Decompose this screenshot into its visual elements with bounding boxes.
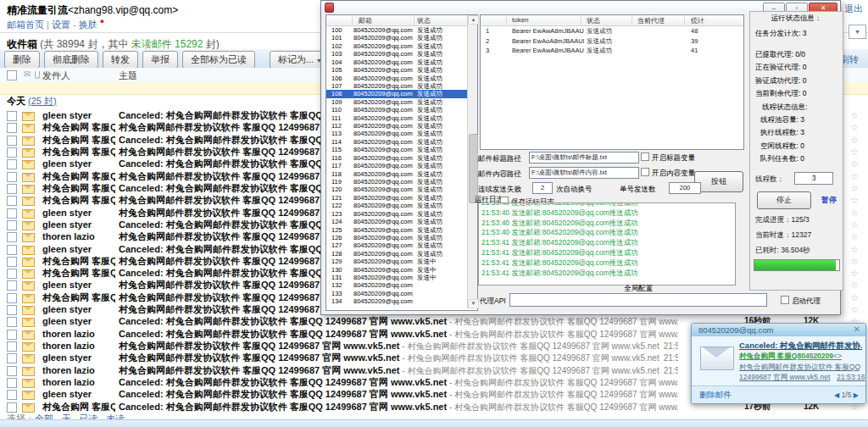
- row-checkbox[interactable]: [7, 245, 17, 255]
- row-checkbox[interactable]: [7, 111, 17, 121]
- row-checkbox[interactable]: [7, 172, 17, 182]
- star-icon[interactable]: ☆: [850, 121, 859, 133]
- fail-count-input[interactable]: 2: [532, 182, 553, 194]
- logout-link-fragment[interactable]: 退出: [844, 3, 863, 15]
- tool-email-scrollbar[interactable]: ▲ ▼: [467, 15, 477, 308]
- nav-settings-link[interactable]: 设置: [52, 19, 70, 30]
- star-icon[interactable]: ☆: [850, 219, 859, 230]
- row-checkbox[interactable]: [7, 330, 17, 340]
- tool-email-row[interactable]: 104804520209@qq.com发送成功: [326, 58, 467, 66]
- tool-email-row[interactable]: 102804520209@qq.com发送成功: [326, 42, 467, 50]
- mail-subject-link[interactable]: Canceled: 村兔合购网邮件群发协议软件 客服QQ 12499687 官网…: [119, 328, 678, 341]
- tool-email-row[interactable]: 108804520209@qq.com发送成功: [326, 90, 467, 97]
- row-checkbox[interactable]: [7, 305, 17, 315]
- star-icon[interactable]: ☆: [850, 279, 859, 291]
- mail-subject-link[interactable]: 村兔合购网邮件群发协议软件 客服QQ 12499687 官网 www.vk5.n…: [119, 340, 678, 352]
- row-checkbox[interactable]: [7, 317, 17, 327]
- proxy-enable-checkbox[interactable]: 启动代理: [781, 296, 821, 307]
- row-checkbox[interactable]: [7, 232, 17, 242]
- tool-email-row[interactable]: 119804520209@qq.com发送成功: [326, 178, 467, 186]
- notification-close-icon[interactable]: ✕: [854, 324, 860, 334]
- prev-mail-icon[interactable]: ◀: [834, 391, 839, 399]
- pause-link[interactable]: 暂停: [821, 195, 837, 206]
- tool-email-row[interactable]: 122804520209@qq.com发送成功: [326, 202, 467, 209]
- today-count-link[interactable]: (25 封): [28, 96, 57, 106]
- tool-email-row[interactable]: 129804520209@qq.com发送中: [326, 258, 467, 265]
- tool-email-row[interactable]: 130804520209@qq.com发送中: [326, 266, 467, 274]
- star-icon[interactable]: ☆: [850, 170, 859, 182]
- star-icon[interactable]: ☆: [850, 109, 859, 121]
- title-var-checkbox[interactable]: 开启标题变量: [641, 152, 695, 164]
- toolbar-button-4[interactable]: 举报: [142, 51, 178, 69]
- next-mail-icon[interactable]: ▶: [854, 391, 859, 399]
- tool-email-row[interactable]: 100804520209@qq.com发送成功: [326, 26, 467, 34]
- tool-email-row[interactable]: 101804520209@qq.com发送成功: [326, 34, 467, 42]
- tool-email-row[interactable]: 126804520209@qq.com发送成功: [326, 234, 467, 241]
- tool-email-row[interactable]: 115804520209@qq.com发送成功: [326, 146, 467, 153]
- tool-email-row[interactable]: 112804520209@qq.com发送成功: [326, 122, 467, 130]
- per-account-input[interactable]: 200: [669, 182, 701, 194]
- row-checkbox[interactable]: [7, 136, 17, 146]
- proxy-api-input[interactable]: [509, 293, 767, 307]
- row-checkbox[interactable]: [7, 147, 17, 158]
- nav-skin-link[interactable]: 换肤: [79, 19, 97, 30]
- tool-email-row[interactable]: 111804520209@qq.com发送成功: [326, 114, 467, 122]
- tool-email-row[interactable]: 113804520209@qq.com发送成功: [326, 130, 467, 137]
- toolbar-button-1[interactable]: 删除: [4, 51, 40, 69]
- mail-subject-link[interactable]: Canceled: 村兔合购网邮件群发协议软件 客服QQ 12499687 官网…: [119, 376, 678, 389]
- delete-mail-link[interactable]: 删除邮件: [699, 390, 732, 401]
- tool-email-row[interactable]: 134804520209@qq.com: [326, 297, 467, 305]
- star-icon[interactable]: ☆: [850, 267, 859, 279]
- star-icon[interactable]: ☆: [850, 303, 859, 315]
- star-icon[interactable]: ☆: [850, 291, 859, 303]
- action-button[interactable]: 按钮: [694, 171, 743, 192]
- row-checkbox[interactable]: [7, 159, 17, 169]
- row-checkbox[interactable]: [7, 196, 17, 206]
- row-checkbox[interactable]: [7, 293, 17, 303]
- token-row[interactable]: 3Bearer EwAwA8mJBAAUB...发送成功41: [481, 46, 743, 56]
- token-row[interactable]: 1Bearer EwAwA8mJBAAUB...发送成功48: [481, 26, 743, 36]
- row-checkbox[interactable]: [7, 378, 17, 388]
- toolbar-button-2[interactable]: 彻底删除: [44, 51, 98, 69]
- row-checkbox[interactable]: [7, 390, 17, 400]
- row-checkbox[interactable]: [7, 257, 17, 267]
- mail-subject-link[interactable]: 村兔合购网邮件群发协议软件 客服QQ 12499687 官网 www.vk5.n…: [119, 352, 678, 364]
- scroll-down-icon[interactable]: ▼: [468, 299, 479, 308]
- content-var-checkbox[interactable]: 开启内容变量: [641, 168, 695, 179]
- toolbar-button-5[interactable]: 全部标为已读: [182, 51, 255, 69]
- row-checkbox[interactable]: [7, 220, 17, 230]
- mail-subject-link[interactable]: Canceled: 村兔合购网邮件群发协议软件 客服QQ 12499687 官网…: [119, 388, 678, 401]
- tool-email-row[interactable]: 131804520209@qq.com发送中: [326, 274, 467, 281]
- tool-email-row[interactable]: 110804520209@qq.com发送成功: [326, 106, 467, 114]
- tool-email-row[interactable]: 127804520209@qq.com发送成功: [326, 241, 467, 249]
- tool-email-row[interactable]: 107804520209@qq.com发送成功: [326, 82, 467, 90]
- star-icon[interactable]: ☆: [850, 146, 859, 158]
- star-icon[interactable]: ☆: [850, 243, 859, 255]
- row-checkbox[interactable]: [7, 366, 17, 376]
- mail-subject-link[interactable]: 村兔合购网邮件群发协议软件 客服QQ 12499687 官网 www.vk5.n…: [119, 364, 678, 377]
- row-checkbox[interactable]: [7, 402, 17, 413]
- toolbar-button-3[interactable]: 转发: [103, 51, 138, 69]
- row-checkbox[interactable]: [7, 123, 17, 133]
- tool-email-row[interactable]: 106804520209@qq.com发送成功: [326, 75, 467, 82]
- tool-email-row[interactable]: 120804520209@qq.com发送成功: [326, 186, 467, 193]
- tool-email-row[interactable]: 121804520209@qq.com发送成功: [326, 194, 467, 202]
- star-icon[interactable]: ☆: [850, 230, 859, 242]
- tool-email-row[interactable]: 114804520209@qq.com发送成功: [326, 138, 467, 146]
- tool-email-row[interactable]: 132804520209@qq.com: [326, 281, 467, 289]
- row-checkbox[interactable]: [7, 269, 17, 279]
- scrollbar-thumb[interactable]: [469, 134, 478, 203]
- page-dropdown-icon[interactable]: ▼: [849, 25, 866, 39]
- tool-email-row[interactable]: 125804520209@qq.com发送成功: [326, 226, 467, 234]
- tool-email-row[interactable]: 117804520209@qq.com发送成功: [326, 162, 467, 169]
- star-icon[interactable]: ☆: [850, 207, 859, 219]
- star-icon[interactable]: ☆: [850, 182, 859, 194]
- row-checkbox[interactable]: [7, 184, 17, 194]
- star-icon[interactable]: ☆: [850, 158, 859, 169]
- token-row[interactable]: 2Bearer EwAoA8mJBAAUB...发送成功39: [481, 36, 743, 47]
- tool-email-row[interactable]: 124804520209@qq.com发送成功: [326, 218, 467, 225]
- run-log-box[interactable]: 21:53:40 发送邮箱:804520209@qq.com推送成功21:53:…: [478, 202, 736, 286]
- nav-home-link[interactable]: 邮箱首页: [7, 19, 44, 30]
- tool-email-row[interactable]: 105804520209@qq.com发送成功: [326, 66, 467, 74]
- row-checkbox[interactable]: [7, 341, 17, 352]
